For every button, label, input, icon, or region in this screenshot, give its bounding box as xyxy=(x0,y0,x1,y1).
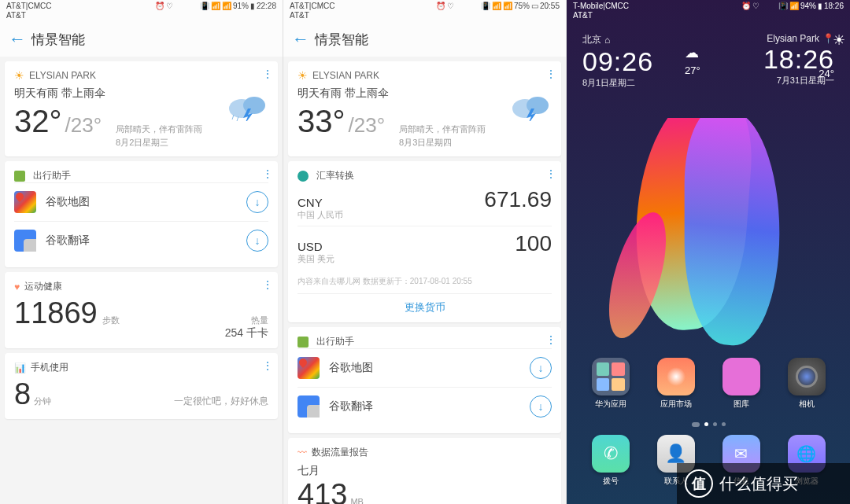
card-menu-icon[interactable]: ⋮ xyxy=(545,333,555,346)
data-usage-card[interactable]: 〰数据流量报告 七月 413 MB xyxy=(288,438,561,504)
heart-icon: ♥ xyxy=(14,281,20,292)
camera-icon xyxy=(788,358,826,395)
page-indicator[interactable] xyxy=(567,422,850,427)
currency-value: 671.69 xyxy=(484,187,552,212)
app-header: ← 情景智能 xyxy=(283,22,566,57)
download-button[interactable]: ↓ xyxy=(246,191,268,213)
steps-label: 步数 xyxy=(102,315,120,326)
alarm-icon: ⏰ xyxy=(155,2,164,10)
app-huawei-folder[interactable]: 华为应用 xyxy=(583,358,638,410)
wallpaper xyxy=(567,118,850,346)
travel-icon xyxy=(298,337,309,348)
status-bar: AT&T|CMCC AT&T ⏰ ♡ 📳 📶 📶 91% ▮ 22:28 xyxy=(0,0,283,22)
carrier-label-2: AT&T xyxy=(290,11,334,20)
app-row-translate[interactable]: 谷歌翻译 ↓ xyxy=(14,221,268,259)
carrier-label: T-Mobile|CMCC xyxy=(573,2,629,11)
calories-label: 热量 xyxy=(225,315,268,326)
heart-icon: ♡ xyxy=(447,2,454,10)
clock-time: 18:26 xyxy=(824,2,844,10)
dual-clock-widget[interactable]: 北京⌂ 09:26 8月1日星期二 ☁27° Elysian Park📍 18:… xyxy=(567,22,850,94)
status-bar: T-Mobile|CMCC AT&T ⏰ ♡ 📳 📶 94% ▮ 18:26 xyxy=(567,0,850,22)
status-bar: AT&T|CMCC AT&T ⏰ ♡ 📳 📶 📶 75% ▭ 20:55 xyxy=(283,0,566,22)
google-maps-icon xyxy=(14,191,36,213)
alarm-icon: ⏰ xyxy=(741,2,751,10)
card-title: 出行助手 xyxy=(33,169,71,182)
card-menu-icon[interactable]: ⋮ xyxy=(262,68,272,80)
download-button[interactable]: ↓ xyxy=(530,395,552,418)
clock-time: 20:55 xyxy=(540,2,560,10)
phone-screen-3: T-Mobile|CMCC AT&T ⏰ ♡ 📳 📶 94% ▮ 18:26 北… xyxy=(567,0,850,504)
currency-row-usd[interactable]: USD美国 美元 100 xyxy=(298,226,552,270)
app-appmarket[interactable]: 应用市场 xyxy=(649,358,704,410)
phone-screen-2: AT&T|CMCC AT&T ⏰ ♡ 📳 📶 📶 75% ▭ 20:55 ← 情… xyxy=(283,0,567,504)
temp-right: 24° xyxy=(819,68,834,79)
wifi-icon: 📶 xyxy=(492,2,501,10)
google-translate-icon xyxy=(14,230,36,252)
app-label: 华为应用 xyxy=(595,399,626,410)
travel-icon xyxy=(14,171,25,182)
usage-note: 一定很忙吧，好好休息 xyxy=(174,395,268,408)
app-dialer[interactable]: ✆拨号 xyxy=(583,435,638,487)
card-menu-icon[interactable]: ⋮ xyxy=(545,167,555,180)
sun-icon: ☀ xyxy=(14,69,24,82)
carrier-label-2: AT&T xyxy=(6,11,51,20)
currency-row-cny[interactable]: CNY中国 人民币 671.69 xyxy=(298,182,552,226)
page-title: 情景智能 xyxy=(315,31,368,49)
app-gallery[interactable]: 图库 xyxy=(714,358,769,410)
weather-card[interactable]: ⋮ ☀ELYSIAN PARK 明天有雨 带上雨伞 33° /23° 局部晴天，… xyxy=(288,61,561,156)
back-icon[interactable]: ← xyxy=(286,25,315,53)
data-unit: MB xyxy=(350,497,364,504)
vibrate-icon: 📳 xyxy=(778,2,788,10)
heart-icon: ♡ xyxy=(166,2,173,10)
data-month: 七月 xyxy=(298,464,552,478)
app-camera[interactable]: 相机 xyxy=(779,358,834,410)
currency-value: 100 xyxy=(515,231,552,256)
card-menu-icon[interactable]: ⋮ xyxy=(262,167,272,180)
card-menu-icon[interactable]: ⋮ xyxy=(262,278,272,291)
weather-card[interactable]: ⋮ ☀ELYSIAN PARK 明天有雨 带上雨伞 32° /23° 局部晴天，… xyxy=(5,61,278,156)
currency-code: CNY xyxy=(298,196,343,209)
app-row-1: 华为应用 应用市场 图库 相机 xyxy=(567,358,850,410)
sun-icon: ☀ xyxy=(298,69,308,82)
vibrate-icon: 📳 xyxy=(481,2,490,10)
usage-minutes: 8 xyxy=(14,377,31,411)
currency-sub: 中国 人民币 xyxy=(298,209,343,221)
change-currency-button[interactable]: 更换货币 xyxy=(298,293,552,315)
carrier-label: AT&T|CMCC xyxy=(290,2,334,11)
sun-icon: ☀ xyxy=(833,31,845,49)
weather-date: 8月2日星期三 xyxy=(116,136,202,149)
battery-icon: ▮ xyxy=(250,2,255,10)
svg-line-3 xyxy=(232,115,234,120)
app-label: 相机 xyxy=(799,399,815,410)
phone-icon: ✆ xyxy=(592,435,630,473)
weather-left: ☁27° xyxy=(685,44,700,78)
signal-icon: 📶 xyxy=(503,2,512,10)
app-row-translate[interactable]: 谷歌翻译 ↓ xyxy=(298,387,552,425)
travel-assistant-card: ⋮ 出行助手 谷歌地图 ↓ 谷歌翻译 ↓ xyxy=(288,327,561,433)
google-maps-icon xyxy=(298,357,320,379)
back-icon[interactable]: ← xyxy=(3,25,31,53)
battery-icon: ▮ xyxy=(818,2,822,10)
currency-card[interactable]: ⋮ 汇率转换 CNY中国 人民币 671.69 USD美国 美元 100 内容来… xyxy=(288,161,561,322)
weather-right: ☀ xyxy=(833,31,845,49)
currency-icon xyxy=(298,171,309,182)
cloud-icon: ☁ xyxy=(685,45,699,61)
steps-value: 11869 xyxy=(14,296,98,330)
temp-low: /23° xyxy=(349,113,386,138)
app-row-maps[interactable]: 谷歌地图 ↓ xyxy=(14,182,268,221)
download-button[interactable]: ↓ xyxy=(246,230,268,252)
app-label: 拨号 xyxy=(603,476,619,487)
app-row-maps[interactable]: 谷歌地图 ↓ xyxy=(298,348,552,387)
card-title: 手机使用 xyxy=(31,361,68,374)
weather-location: ELYSIAN PARK xyxy=(29,70,96,81)
watermark-text: 什么值得买 xyxy=(719,473,798,495)
battery-percent: 75% xyxy=(514,2,530,10)
card-menu-icon[interactable]: ⋮ xyxy=(262,359,272,372)
weather-desc: 局部晴天，伴有雷阵雨 xyxy=(116,123,202,136)
card-menu-icon[interactable]: ⋮ xyxy=(545,68,555,80)
health-card[interactable]: ⋮ ♥运动健康 11869 步数 热量 254 千卡 xyxy=(5,272,278,348)
phone-usage-card[interactable]: ⋮ 📊手机使用 8 分钟 一定很忙吧，好好休息 xyxy=(5,353,278,419)
download-button[interactable]: ↓ xyxy=(530,357,552,379)
chart-icon: 📊 xyxy=(14,362,26,373)
app-label: 应用市场 xyxy=(660,399,692,410)
